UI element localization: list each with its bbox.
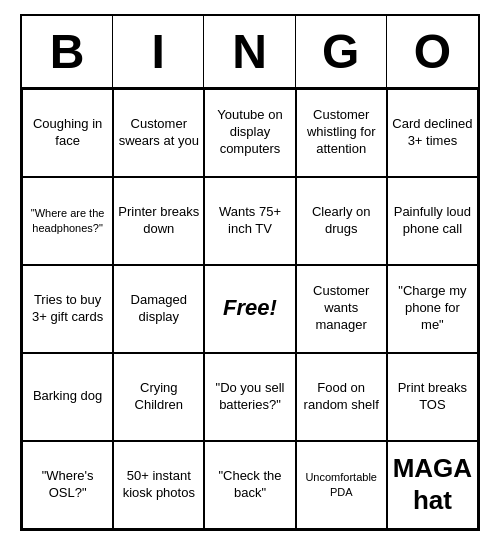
bingo-cell-2: Youtube on display computers	[204, 89, 295, 177]
bingo-cell-12: Free!	[204, 265, 295, 353]
bingo-cell-20: "Where's OSL?"	[22, 441, 113, 529]
bingo-cell-24: MAGA hat	[387, 441, 478, 529]
bingo-cell-22: "Check the back"	[204, 441, 295, 529]
bingo-cell-3: Customer whistling for attention	[296, 89, 387, 177]
bingo-letter-b: B	[22, 16, 113, 87]
bingo-cell-4: Card declined 3+ times	[387, 89, 478, 177]
bingo-cell-19: Print breaks TOS	[387, 353, 478, 441]
bingo-cell-13: Customer wants manager	[296, 265, 387, 353]
bingo-cell-21: 50+ instant kiosk photos	[113, 441, 204, 529]
bingo-cell-5: "Where are the headphones?"	[22, 177, 113, 265]
bingo-cell-15: Barking dog	[22, 353, 113, 441]
bingo-cell-1: Customer swears at you	[113, 89, 204, 177]
bingo-cell-11: Damaged display	[113, 265, 204, 353]
bingo-cell-14: "Charge my phone for me"	[387, 265, 478, 353]
bingo-cell-7: Wants 75+ inch TV	[204, 177, 295, 265]
bingo-letter-i: I	[113, 16, 204, 87]
bingo-card: BINGO Coughing in faceCustomer swears at…	[20, 14, 480, 531]
bingo-cell-23: Uncomfortable PDA	[296, 441, 387, 529]
bingo-cell-0: Coughing in face	[22, 89, 113, 177]
bingo-letter-o: O	[387, 16, 478, 87]
bingo-cell-10: Tries to buy 3+ gift cards	[22, 265, 113, 353]
bingo-cell-6: Printer breaks down	[113, 177, 204, 265]
bingo-cell-9: Painfully loud phone call	[387, 177, 478, 265]
bingo-header: BINGO	[22, 16, 478, 89]
bingo-grid: Coughing in faceCustomer swears at youYo…	[22, 89, 478, 529]
bingo-cell-18: Food on random shelf	[296, 353, 387, 441]
bingo-cell-8: Clearly on drugs	[296, 177, 387, 265]
bingo-letter-n: N	[204, 16, 295, 87]
bingo-cell-16: Crying Children	[113, 353, 204, 441]
bingo-letter-g: G	[296, 16, 387, 87]
bingo-cell-17: "Do you sell batteries?"	[204, 353, 295, 441]
